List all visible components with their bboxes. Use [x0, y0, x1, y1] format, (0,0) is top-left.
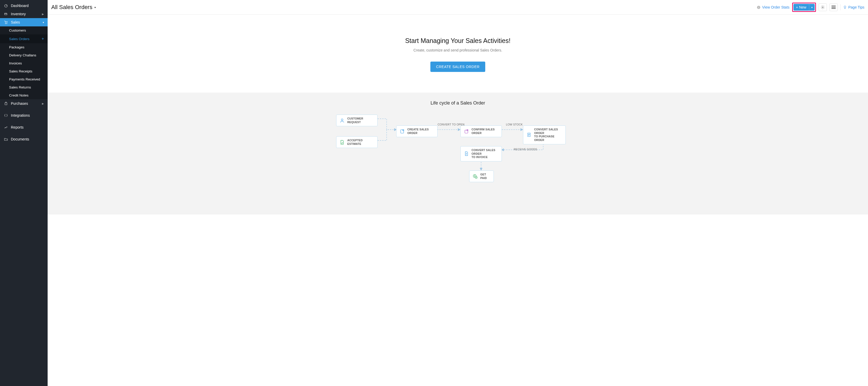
sidebar-item-packages[interactable]: Packages: [0, 43, 48, 51]
new-button-dropdown[interactable]: ▾: [809, 4, 815, 10]
sidebar-item-integrations[interactable]: Integrations: [0, 111, 48, 120]
gear-icon: [820, 5, 825, 9]
flow-node-customer-request: CUSTOMER REQUEST: [336, 115, 378, 126]
integrations-icon: [4, 113, 8, 118]
hamburger-icon: [832, 6, 836, 9]
svg-point-6: [822, 7, 823, 8]
button-label: CREATE SALES ORDER: [436, 65, 479, 69]
page-title-dropdown[interactable]: All Sales Orders ▾: [51, 4, 96, 10]
sidebar-item-label: Sales Receipts: [9, 69, 32, 73]
lifecycle-section: Life cycle of a Sales Order: [48, 93, 868, 215]
node-label: CONVERT SALES ORDERTO PURCHASE ORDER: [534, 128, 562, 142]
bulb-icon: [843, 5, 847, 9]
menu-button[interactable]: [830, 3, 838, 11]
svg-point-10: [341, 119, 343, 121]
sidebar-item-label: Documents: [11, 137, 29, 141]
flow-label-receive-goods: RECEIVE GOODS: [514, 148, 537, 151]
sidebar-item-sales-receipts[interactable]: Sales Receipts: [0, 67, 48, 75]
flow-node-create-sales-order: CREATE SALES ORDER: [396, 126, 438, 137]
link-label: View Order Stats: [762, 5, 789, 9]
sidebar-item-label: Reports: [11, 125, 24, 129]
flow-label-low-stock: LOW STOCK: [506, 123, 523, 126]
sidebar-item-label: Customers: [9, 28, 26, 32]
create-sales-order-button[interactable]: CREATE SALES ORDER: [430, 62, 485, 72]
cart-icon: [4, 20, 8, 24]
flow-node-accepted-estimate: ACCEPTED ESTIMATE: [336, 136, 378, 148]
sidebar-subnav-sales: Customers Sales Orders + Packages Delive…: [0, 26, 48, 99]
topbar: All Sales Orders ▾ View Order Stats + Ne…: [48, 0, 868, 15]
svg-rect-8: [832, 7, 836, 7]
flow-node-convert-to-invoice: CONVERT SALES ORDERTO INVOICE: [460, 146, 502, 161]
sidebar-item-payments-received[interactable]: Payments Received: [0, 75, 48, 83]
user-icon: [340, 118, 345, 123]
sidebar-item-sales-orders[interactable]: Sales Orders +: [0, 34, 48, 43]
sidebar-item-inventory[interactable]: Inventory ▶: [0, 10, 48, 18]
chevron-down-icon: ▾: [43, 21, 44, 24]
chevron-right-icon: ▶: [42, 102, 44, 105]
empty-state-sub: Create, customize and send professional …: [53, 48, 863, 52]
sidebar-item-label: Packages: [9, 45, 24, 49]
chevron-down-icon: ▾: [811, 6, 813, 9]
flow-node-get-paid: GET PAID: [469, 170, 494, 182]
new-button-main[interactable]: + New: [794, 4, 809, 10]
settings-button[interactable]: [818, 3, 827, 11]
svg-rect-5: [758, 6, 759, 6]
sidebar-item-customers[interactable]: Customers: [0, 26, 48, 34]
svg-rect-7: [832, 6, 836, 6]
lifecycle-diagram: CUSTOMER REQUEST ACCEPTED ESTIMATE CREAT…: [336, 114, 580, 194]
purchase-order-icon: [526, 132, 532, 137]
sidebar-item-label: Inventory: [11, 12, 26, 16]
dashboard-icon: [4, 4, 8, 8]
reports-icon: [4, 125, 8, 129]
bag-icon: [4, 101, 8, 105]
empty-state-heading: Start Managing Your Sales Activities!: [53, 37, 863, 44]
info-icon: [757, 5, 761, 9]
svg-rect-9: [832, 8, 836, 9]
sidebar-item-delivery-challans[interactable]: Delivery Challans: [0, 51, 48, 59]
sidebar-item-purchases[interactable]: Purchases ▶: [0, 99, 48, 108]
sidebar-item-label: Sales Returns: [9, 85, 31, 89]
sidebar-item-documents[interactable]: Documents: [0, 135, 48, 143]
sidebar-item-label: Invoices: [9, 61, 22, 65]
sidebar-item-sales-returns[interactable]: Sales Returns: [0, 83, 48, 91]
page-tips-link[interactable]: Page Tips: [843, 5, 864, 9]
sidebar-item-reports[interactable]: Reports: [0, 123, 48, 131]
node-label: CONFIRM SALES ORDER: [471, 128, 498, 135]
sidebar-item-sales[interactable]: Sales ▾: [0, 18, 48, 26]
svg-point-0: [5, 4, 7, 7]
svg-point-1: [5, 23, 6, 24]
flow-node-convert-to-po: CONVERT SALES ORDERTO PURCHASE ORDER: [523, 126, 566, 144]
sidebar-item-label: Sales Orders: [9, 37, 30, 41]
main-area: All Sales Orders ▾ View Order Stats + Ne…: [48, 0, 868, 386]
lifecycle-title: Life cycle of a Sales Order: [53, 100, 863, 106]
chevron-down-icon: ▾: [94, 6, 96, 9]
new-button[interactable]: + New ▾: [794, 4, 815, 10]
sidebar-item-label: Dashboard: [11, 4, 29, 8]
sidebar-item-label: Purchases: [11, 101, 28, 105]
sidebar-item-label: Integrations: [11, 113, 30, 118]
sidebar-item-label: Sales: [11, 20, 20, 24]
svg-point-2: [6, 23, 7, 24]
page-title: All Sales Orders: [51, 4, 92, 10]
create-order-icon: [400, 129, 405, 134]
node-label: GET PAID: [480, 173, 490, 180]
sidebar-item-credit-notes[interactable]: Credit Notes: [0, 91, 48, 99]
node-label: CUSTOMER REQUEST: [347, 117, 374, 124]
button-label: New: [799, 5, 806, 9]
node-label: CONVERT SALES ORDERTO INVOICE: [471, 149, 498, 159]
annotation-highlight: + New ▾: [792, 3, 816, 12]
sidebar-item-label: Credit Notes: [9, 93, 28, 97]
empty-state: Start Managing Your Sales Activities! Cr…: [48, 15, 868, 93]
paid-icon: [472, 174, 478, 179]
sidebar: Dashboard Inventory ▶ Sales ▾ Customers …: [0, 0, 48, 386]
view-order-stats-link[interactable]: View Order Stats: [757, 5, 789, 9]
sidebar-item-dashboard[interactable]: Dashboard: [0, 2, 48, 10]
node-label: CREATE SALES ORDER: [407, 128, 434, 135]
node-label: ACCEPTED ESTIMATE: [347, 139, 374, 146]
inventory-icon: [4, 12, 8, 16]
link-label: Page Tips: [848, 5, 864, 9]
plus-icon[interactable]: +: [42, 36, 44, 41]
flow-node-confirm-sales-order: CONFIRM SALES ORDER: [460, 126, 502, 137]
folder-icon: [4, 137, 8, 141]
sidebar-item-invoices[interactable]: Invoices: [0, 59, 48, 67]
